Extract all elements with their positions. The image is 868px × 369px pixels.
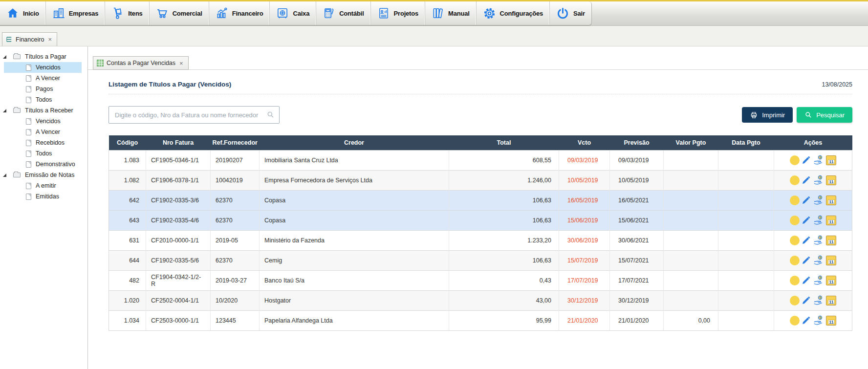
cell-acoes: $ 11 — [774, 150, 852, 170]
edit-pencil-icon[interactable] — [801, 195, 811, 205]
table-row[interactable]: 1.082 CF1906-0378-1/1 10042019 Empresa F… — [109, 170, 852, 190]
nav-comercial[interactable]: Comercial — [150, 1, 209, 25]
tab-label: Contas a Pagar Vencidas — [107, 60, 175, 66]
column-header-nro-fatura[interactable]: Nro Fatura — [146, 135, 211, 150]
tree-item-receber-recebidos[interactable]: Recebidos — [4, 137, 82, 148]
tree-item-pagar-todos[interactable]: Todos — [4, 94, 82, 105]
edit-pencil-icon[interactable] — [801, 295, 811, 305]
status-circle-icon[interactable] — [790, 296, 800, 305]
payment-hand-coin-icon[interactable]: $ — [813, 235, 825, 246]
tree-item-notas-a-emitir[interactable]: A emitir — [4, 180, 82, 191]
calendar-icon[interactable]: 11 — [826, 316, 836, 326]
column-header-valor-pgto[interactable]: Valor Pgto — [664, 135, 718, 150]
status-circle-icon[interactable] — [790, 316, 800, 326]
print-button[interactable]: Imprimir — [742, 107, 793, 123]
column-header-total[interactable]: Total — [449, 135, 559, 150]
nav-configuracoes[interactable]: Configurações — [477, 1, 550, 25]
table-row[interactable]: 631 CF2010-0000-1/1 2019-05 Ministério d… — [109, 230, 852, 250]
nav-label: Sair — [573, 10, 585, 17]
cell-credor: Copasa — [260, 190, 449, 210]
payment-hand-coin-icon[interactable]: $ — [813, 255, 825, 266]
payment-hand-coin-icon[interactable]: $ — [813, 295, 825, 306]
column-header-vcto[interactable]: Vcto — [559, 135, 610, 150]
calendar-icon[interactable]: 11 — [826, 216, 836, 225]
status-circle-icon[interactable] — [790, 175, 800, 185]
edit-pencil-icon[interactable] — [801, 275, 811, 285]
payment-hand-coin-icon[interactable]: $ — [813, 174, 825, 186]
column-header-acoes[interactable]: Ações — [774, 135, 852, 150]
column-header-codigo[interactable]: Código — [109, 135, 146, 150]
nav-empresas[interactable]: Empresas — [46, 1, 106, 25]
status-circle-icon[interactable] — [790, 236, 800, 245]
tree-item-receber-a-vencer[interactable]: A Vencer — [4, 127, 82, 137]
edit-pencil-icon[interactable] — [801, 315, 811, 326]
table-row[interactable]: 1.020 CF2502-0004-1/1 10/2020 Hostgator … — [109, 290, 852, 310]
table-row[interactable]: 642 CF1902-0335-3/6 62370 Copasa 106,63 … — [109, 190, 852, 210]
file-icon — [26, 65, 31, 71]
tree-group-emissao-de-notas[interactable]: Emissão de Notas — [0, 170, 87, 180]
calendar-icon[interactable]: 11 — [826, 276, 836, 285]
edit-pencil-icon[interactable] — [801, 235, 811, 245]
tree-item-notas-emitidas[interactable]: Emitidas — [4, 191, 82, 202]
table-row[interactable]: 644 CF1902-0335-5/6 62370 Cemig 106,63 1… — [109, 250, 852, 270]
tree-item-receber-todos[interactable]: Todos — [4, 148, 82, 159]
column-header-data-pgto[interactable]: Data Pgto — [718, 135, 774, 150]
payment-hand-coin-icon[interactable]: $ — [813, 215, 825, 226]
nav-sair[interactable]: Sair — [550, 1, 591, 25]
table-row[interactable]: 1.083 CF1905-0346-1/1 20190207 Imobiliar… — [109, 150, 852, 170]
column-header-previsao[interactable]: Previsão — [610, 135, 664, 150]
nav-projetos[interactable]: Projetos — [371, 1, 425, 25]
calendar-icon[interactable]: 11 — [826, 236, 836, 245]
tree-item-pagar-vencidos[interactable]: Vencidos — [4, 62, 82, 73]
collapse-arrow-icon[interactable] — [3, 109, 6, 112]
payment-hand-coin-icon[interactable]: $ — [813, 275, 825, 286]
cell-previsao: 09/03/2019 — [610, 150, 664, 170]
table-row[interactable]: 1.034 CF2503-0000-1/1 123445 Papelaria A… — [109, 310, 852, 330]
edit-pencil-icon[interactable] — [801, 155, 811, 165]
tab-financeiro[interactable]: Financeiro × — [2, 32, 57, 46]
tree-item-pagar-a-vencer[interactable]: A Vencer — [4, 73, 82, 84]
nav-contabil[interactable]: Contábil — [316, 1, 370, 25]
tree-group-titulos-a-receber[interactable]: Títulos a Receber — [0, 105, 87, 116]
close-tab-icon[interactable]: × — [47, 36, 52, 43]
status-circle-icon[interactable] — [790, 256, 800, 265]
status-circle-icon[interactable] — [790, 155, 800, 165]
tree-item-receber-vencidos[interactable]: Vencidos — [4, 116, 82, 127]
nav-manual[interactable]: Manual — [425, 1, 477, 25]
search-input[interactable] — [108, 106, 280, 124]
calendar-icon[interactable]: 11 — [826, 195, 836, 205]
nav-inicio[interactable]: Inicio — [0, 1, 46, 25]
nav-itens[interactable]: Itens — [105, 1, 149, 25]
tree-item-receber-demonstrativo[interactable]: Demonstrativo — [4, 159, 82, 170]
calendar-icon[interactable]: 11 — [826, 155, 836, 165]
tree-item-pagar-pagos[interactable]: Pagos — [4, 84, 82, 94]
status-circle-icon[interactable] — [790, 216, 800, 225]
payment-hand-coin-icon[interactable]: $ — [813, 315, 825, 326]
collapse-arrow-icon[interactable] — [3, 55, 6, 59]
calendar-icon[interactable]: 11 — [826, 296, 836, 305]
cell-codigo: 1.083 — [109, 150, 146, 170]
cell-previsao: 16/05/2021 — [610, 190, 664, 210]
tree-group-titulos-a-pagar[interactable]: Títulos a Pagar — [0, 51, 87, 62]
edit-pencil-icon[interactable] — [801, 215, 811, 225]
edit-pencil-icon[interactable] — [801, 255, 811, 265]
nav-caixa[interactable]: Caixa — [270, 1, 316, 25]
close-tab-icon[interactable]: × — [178, 60, 183, 67]
tab-contas-a-pagar-vencidas[interactable]: Contas a Pagar Vencidas × — [93, 56, 189, 70]
column-header-credor[interactable]: Credor — [260, 135, 449, 150]
file-icon — [26, 183, 31, 189]
column-header-ref-fornecedor[interactable]: Ref.Fornecedor — [211, 135, 260, 150]
nav-financeiro[interactable]: Financeiro — [209, 1, 270, 25]
edit-pencil-icon[interactable] — [801, 175, 811, 185]
calendar-icon[interactable]: 11 — [826, 256, 836, 265]
collapse-arrow-icon[interactable] — [3, 174, 6, 177]
calendar-icon[interactable]: 11 — [826, 175, 836, 185]
cell-data-pgto — [718, 230, 774, 250]
table-row[interactable]: 643 CF1902-0335-4/6 62370 Copasa 106,63 … — [109, 210, 852, 230]
search-button[interactable]: Pesquisar — [797, 107, 852, 123]
status-circle-icon[interactable] — [790, 195, 800, 205]
table-row[interactable]: 482 CF1904-0342-1/2-R 2019-03-27 Banco I… — [109, 270, 852, 290]
payment-hand-coin-icon[interactable]: $ — [813, 195, 825, 206]
payment-hand-coin-icon[interactable]: $ — [813, 154, 825, 166]
status-circle-icon[interactable] — [790, 276, 800, 285]
